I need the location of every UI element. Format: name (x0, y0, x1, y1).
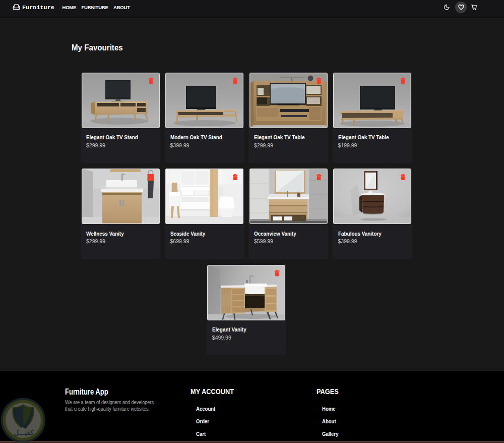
svg-text:كفيـــل: كفيـــل (14, 429, 34, 436)
